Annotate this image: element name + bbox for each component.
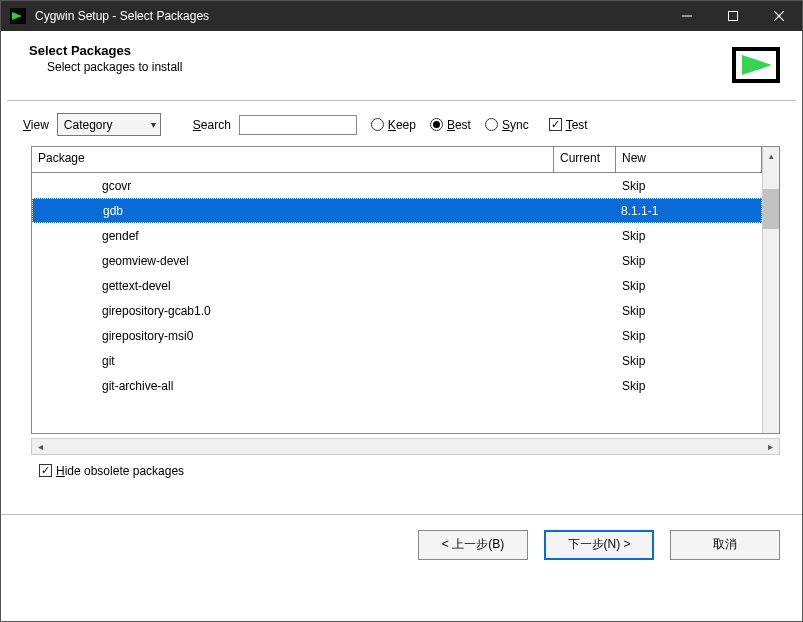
cell-package: gettext-devel xyxy=(32,277,554,295)
hide-obsolete-label: Hide obsolete packages xyxy=(56,464,184,478)
package-table: Package Current New gcovrSkipgdb8.1.1-1g… xyxy=(31,146,780,434)
cell-package: girepository-gcab1.0 xyxy=(32,302,554,320)
view-dropdown[interactable]: Category ▾ xyxy=(57,113,161,136)
content-area: Select Packages Select packages to insta… xyxy=(1,31,802,621)
filter-bar: View Category ▾ Search Keep Best Sync ✓ xyxy=(1,109,802,146)
back-button[interactable]: < 上一步(B) xyxy=(418,530,528,560)
chevron-down-icon: ▾ xyxy=(151,119,156,130)
col-package[interactable]: Package xyxy=(32,147,554,172)
search-input[interactable] xyxy=(239,115,357,135)
col-current[interactable]: Current xyxy=(554,147,616,172)
cell-new: Skip xyxy=(616,227,762,245)
sync-radio[interactable]: Sync xyxy=(485,118,529,132)
page-heading: Select Packages Select packages to insta… xyxy=(1,31,802,96)
hide-obsolete-checkbox[interactable]: ✓ Hide obsolete packages xyxy=(39,464,184,478)
test-label: Test xyxy=(566,118,588,132)
cell-current xyxy=(554,384,616,388)
svg-rect-3 xyxy=(729,12,738,21)
col-new[interactable]: New xyxy=(616,147,762,172)
scroll-thumb[interactable] xyxy=(763,189,779,229)
vertical-scrollbar[interactable]: ▴ xyxy=(762,147,779,433)
sync-label: Sync xyxy=(502,118,529,132)
scroll-right-icon[interactable]: ▸ xyxy=(762,441,779,452)
cell-current xyxy=(554,184,616,188)
view-dropdown-value: Category xyxy=(64,118,113,132)
cell-current xyxy=(554,334,616,338)
cell-new: Skip xyxy=(616,177,762,195)
cygwin-logo xyxy=(732,43,782,88)
page-title: Select Packages xyxy=(29,43,732,58)
keep-radio[interactable]: Keep xyxy=(371,118,416,132)
window-title: Cygwin Setup - Select Packages xyxy=(35,9,664,23)
scroll-up-icon[interactable]: ▴ xyxy=(763,147,779,164)
table-row[interactable]: gettext-develSkip xyxy=(32,273,762,298)
cell-package: git xyxy=(32,352,554,370)
search-label: Search xyxy=(193,118,231,132)
cell-package: girepository-msi0 xyxy=(32,327,554,345)
cell-current xyxy=(554,259,616,263)
radio-icon xyxy=(485,118,498,131)
cell-new: 8.1.1-1 xyxy=(615,202,761,220)
page-subtitle: Select packages to install xyxy=(29,60,732,74)
cell-current xyxy=(554,359,616,363)
window-controls xyxy=(664,1,802,31)
cell-current xyxy=(554,284,616,288)
wizard-footer: < 上一步(B) 下一步(N) > 取消 xyxy=(1,515,802,575)
app-icon xyxy=(9,7,27,25)
titlebar: Cygwin Setup - Select Packages xyxy=(1,1,802,31)
best-label: Best xyxy=(447,118,471,132)
best-radio[interactable]: Best xyxy=(430,118,471,132)
cancel-button[interactable]: 取消 xyxy=(670,530,780,560)
app-window: Cygwin Setup - Select Packages Select Pa… xyxy=(0,0,803,622)
table-row[interactable]: git-archive-allSkip xyxy=(32,373,762,398)
table-row[interactable]: geomview-develSkip xyxy=(32,248,762,273)
table-row[interactable]: girepository-gcab1.0Skip xyxy=(32,298,762,323)
cell-new: Skip xyxy=(616,277,762,295)
cell-package: gcovr xyxy=(32,177,554,195)
cell-new: Skip xyxy=(616,327,762,345)
view-label: View xyxy=(23,118,49,132)
cell-package: git-archive-all xyxy=(32,377,554,395)
cell-current xyxy=(554,234,616,238)
svg-marker-7 xyxy=(742,55,772,75)
cell-package: geomview-devel xyxy=(32,252,554,270)
radio-icon xyxy=(371,118,384,131)
checkbox-icon: ✓ xyxy=(549,118,562,131)
cell-package: gdb xyxy=(33,202,553,220)
cell-current xyxy=(553,209,615,213)
table-row[interactable]: gitSkip xyxy=(32,348,762,373)
table-row[interactable]: gcovrSkip xyxy=(32,173,762,198)
cell-new: Skip xyxy=(616,252,762,270)
maximize-button[interactable] xyxy=(710,1,756,31)
cell-package: gendef xyxy=(32,227,554,245)
table-row[interactable]: gdb8.1.1-1 xyxy=(32,198,762,223)
divider xyxy=(7,100,796,101)
cell-current xyxy=(554,309,616,313)
next-button[interactable]: 下一步(N) > xyxy=(544,530,654,560)
table-row[interactable]: girepository-msi0Skip xyxy=(32,323,762,348)
table-row[interactable]: gendefSkip xyxy=(32,223,762,248)
scroll-left-icon[interactable]: ◂ xyxy=(32,441,49,452)
cell-new: Skip xyxy=(616,352,762,370)
table-body: gcovrSkipgdb8.1.1-1gendefSkipgeomview-de… xyxy=(32,173,762,433)
cell-new: Skip xyxy=(616,302,762,320)
checkbox-icon: ✓ xyxy=(39,464,52,477)
minimize-button[interactable] xyxy=(664,1,710,31)
table-header: Package Current New xyxy=(32,147,762,173)
cell-new: Skip xyxy=(616,377,762,395)
test-checkbox[interactable]: ✓ Test xyxy=(549,118,588,132)
horizontal-scrollbar[interactable]: ◂ ▸ xyxy=(31,438,780,455)
keep-label: Keep xyxy=(388,118,416,132)
close-button[interactable] xyxy=(756,1,802,31)
radio-icon xyxy=(430,118,443,131)
